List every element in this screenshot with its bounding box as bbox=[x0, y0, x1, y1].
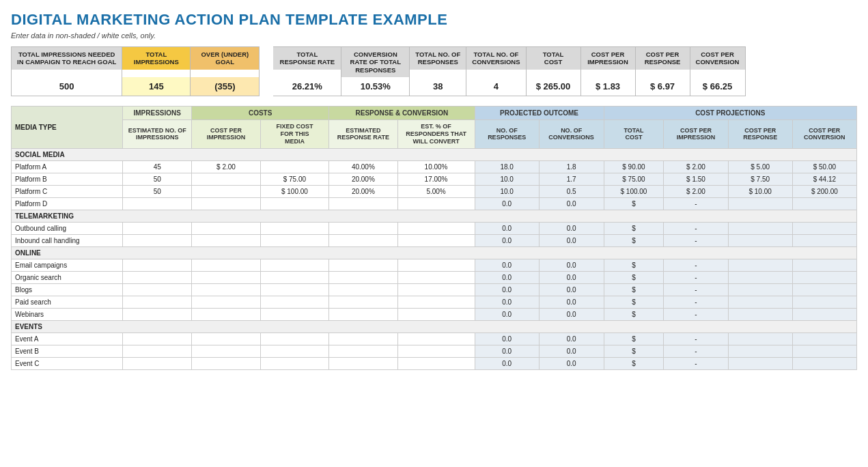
cell-cpi[interactable] bbox=[192, 357, 260, 369]
summary-section: TOTAL IMPRESSIONS NEEDEDin Campaign to R… bbox=[11, 46, 857, 96]
cell-fixed[interactable] bbox=[260, 160, 328, 173]
cell-resp-rate[interactable] bbox=[329, 357, 397, 369]
cell-est-imp[interactable]: 50 bbox=[123, 173, 192, 185]
col-media-type: MEDIA TYPE bbox=[12, 107, 123, 148]
cell-cpi[interactable] bbox=[192, 296, 260, 308]
cell-cpi[interactable] bbox=[192, 197, 260, 210]
cell-resp-rate[interactable]: 20.00% bbox=[329, 173, 397, 185]
cell-conv-rate[interactable] bbox=[397, 332, 475, 345]
sum-header-total-cost: TOTALCOST bbox=[527, 47, 580, 70]
sum-header-response-rate: TOTALRESPONSE RATE bbox=[273, 47, 341, 70]
cell-est-imp[interactable] bbox=[123, 234, 192, 246]
gh-impressions: IMPRESSIONS bbox=[123, 107, 192, 120]
cell-cpi[interactable]: $ 2.00 bbox=[192, 160, 260, 173]
sh-est-impressions: ESTIMATED NO. OFIMPRESSIONS bbox=[123, 120, 192, 148]
cell-est-imp[interactable] bbox=[123, 271, 192, 283]
cell-fixed[interactable] bbox=[260, 197, 328, 210]
cell-cpi[interactable] bbox=[192, 185, 260, 197]
cell-resp-rate[interactable]: 40.00% bbox=[329, 160, 397, 173]
cell-no-conv: 1.8 bbox=[539, 160, 604, 173]
cell-est-imp[interactable] bbox=[123, 308, 192, 320]
cell-resp-rate[interactable] bbox=[329, 345, 397, 357]
cell-cpi[interactable] bbox=[192, 234, 260, 246]
cell-cpi[interactable] bbox=[192, 345, 260, 357]
cell-conv-rate[interactable] bbox=[397, 283, 475, 296]
cell-media: Paid search bbox=[12, 296, 123, 308]
cell-cost-resp: $ 10.00 bbox=[728, 185, 792, 197]
cell-total-cost: $ bbox=[604, 345, 664, 357]
summary-right: TOTALRESPONSE RATE 26.21% CONVERSIONRATE… bbox=[273, 46, 745, 96]
cell-cpi[interactable] bbox=[192, 259, 260, 271]
cell-est-imp[interactable]: 45 bbox=[123, 160, 192, 173]
cell-est-imp[interactable] bbox=[123, 332, 192, 345]
cell-fixed[interactable] bbox=[260, 222, 328, 234]
cell-cost-resp bbox=[728, 271, 792, 283]
cell-no-conv: 0.0 bbox=[539, 357, 604, 369]
subtitle: Enter data in non-shaded / white cells, … bbox=[11, 31, 857, 40]
cell-fixed[interactable] bbox=[260, 345, 328, 357]
cell-conv-rate[interactable] bbox=[397, 357, 475, 369]
cell-cpi[interactable] bbox=[192, 222, 260, 234]
cell-resp-rate[interactable] bbox=[329, 197, 397, 210]
cell-fixed[interactable] bbox=[260, 234, 328, 246]
cell-fixed[interactable] bbox=[260, 296, 328, 308]
cell-resp-rate[interactable]: 20.00% bbox=[329, 185, 397, 197]
cell-resp-rate[interactable] bbox=[329, 222, 397, 234]
cell-fixed[interactable] bbox=[260, 357, 328, 369]
cell-resp-rate[interactable] bbox=[329, 234, 397, 246]
sum-header-total-resp: TOTAL NO. OFRESPONSES bbox=[410, 47, 466, 70]
cell-conv-rate[interactable] bbox=[397, 308, 475, 320]
cell-est-imp[interactable] bbox=[123, 283, 192, 296]
cell-cost-imp: - bbox=[664, 357, 728, 369]
sum-cell-response-rate: TOTALRESPONSE RATE 26.21% bbox=[273, 47, 341, 96]
cell-resp-rate[interactable] bbox=[329, 259, 397, 271]
cell-resp-rate[interactable] bbox=[329, 296, 397, 308]
cell-resp-rate[interactable] bbox=[329, 271, 397, 283]
cell-conv-rate[interactable]: 5.00% bbox=[397, 185, 475, 197]
cell-media: Event B bbox=[12, 345, 123, 357]
cell-est-imp[interactable] bbox=[123, 197, 192, 210]
cell-fixed[interactable] bbox=[260, 332, 328, 345]
cell-cpi[interactable] bbox=[192, 332, 260, 345]
cell-media: Email campaigns bbox=[12, 259, 123, 271]
cell-cpi[interactable] bbox=[192, 271, 260, 283]
sh-no-responses: NO. OFRESPONSES bbox=[475, 120, 539, 148]
cell-cost-imp: - bbox=[664, 345, 728, 357]
cell-media: Outbound calling bbox=[12, 222, 123, 234]
sh-total-cost: TOTALCOST bbox=[604, 120, 664, 148]
cell-cpi[interactable] bbox=[192, 308, 260, 320]
cell-fixed[interactable] bbox=[260, 271, 328, 283]
cell-est-imp[interactable] bbox=[123, 357, 192, 369]
cell-conv-rate[interactable]: 17.00% bbox=[397, 173, 475, 185]
cell-conv-rate[interactable] bbox=[397, 234, 475, 246]
cell-resp-rate[interactable] bbox=[329, 308, 397, 320]
cell-no-resp: 0.0 bbox=[475, 308, 539, 320]
cell-cost-imp: $ 2.00 bbox=[664, 160, 728, 173]
cell-cpi[interactable] bbox=[192, 173, 260, 185]
cell-fixed[interactable] bbox=[260, 283, 328, 296]
cell-conv-rate[interactable] bbox=[397, 271, 475, 283]
category-label: ONLINE bbox=[12, 246, 857, 259]
sub-header-row: ESTIMATED NO. OFIMPRESSIONS COST PERIMPR… bbox=[12, 120, 857, 148]
cell-conv-rate[interactable] bbox=[397, 259, 475, 271]
cell-fixed[interactable] bbox=[260, 308, 328, 320]
cell-est-imp[interactable]: 50 bbox=[123, 185, 192, 197]
cell-est-imp[interactable] bbox=[123, 345, 192, 357]
cell-est-imp[interactable] bbox=[123, 259, 192, 271]
cell-conv-rate[interactable] bbox=[397, 222, 475, 234]
cell-resp-rate[interactable] bbox=[329, 283, 397, 296]
cell-cpi[interactable] bbox=[192, 283, 260, 296]
cell-no-resp: 0.0 bbox=[475, 357, 539, 369]
cell-resp-rate[interactable] bbox=[329, 332, 397, 345]
cell-conv-rate[interactable] bbox=[397, 197, 475, 210]
cell-conv-rate[interactable]: 10.00% bbox=[397, 160, 475, 173]
cell-fixed[interactable]: $ 75.00 bbox=[260, 173, 328, 185]
cell-est-imp[interactable] bbox=[123, 222, 192, 234]
cell-conv-rate[interactable] bbox=[397, 296, 475, 308]
cell-total-cost: $ bbox=[604, 271, 664, 283]
cell-est-imp[interactable] bbox=[123, 296, 192, 308]
category-row: TELEMARKETING bbox=[12, 210, 857, 222]
cell-fixed[interactable] bbox=[260, 259, 328, 271]
cell-fixed[interactable]: $ 100.00 bbox=[260, 185, 328, 197]
cell-conv-rate[interactable] bbox=[397, 345, 475, 357]
